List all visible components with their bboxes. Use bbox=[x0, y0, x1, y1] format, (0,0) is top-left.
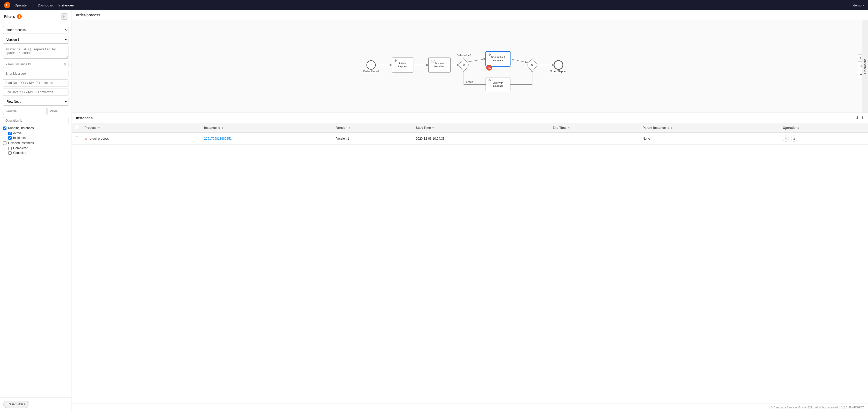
instances-header: Instances ⬇ ⬆ bbox=[72, 113, 868, 123]
finished-instances-checkbox[interactable] bbox=[3, 141, 6, 145]
sort-process-icon: ▾ bbox=[98, 127, 99, 129]
row-instance-id-cell: 2251799813685251 bbox=[201, 133, 333, 144]
row-version-cell: Version 1 bbox=[333, 133, 413, 144]
select-all-checkbox[interactable] bbox=[75, 126, 78, 129]
start-date-filter[interactable] bbox=[3, 79, 68, 87]
end-date-filter[interactable] bbox=[3, 89, 68, 96]
gear-icon-3: ⚙ bbox=[488, 78, 491, 82]
th-parent-instance[interactable]: Parent Instance Id ▾ bbox=[640, 123, 780, 133]
error-message-filter[interactable] bbox=[3, 70, 68, 77]
task-payment-received-label2: Received bbox=[434, 65, 444, 68]
parent-instance-filter-wrap: ⊞ bbox=[3, 61, 68, 68]
finished-instances-checkbox-label[interactable]: Finished Instances bbox=[3, 141, 68, 145]
task-payment-received-label1: Payment bbox=[435, 62, 444, 65]
task-initiate-payment-label1: Initiate bbox=[399, 62, 406, 65]
completed-checkbox-label[interactable]: Completed bbox=[8, 146, 68, 150]
nav-dashboard[interactable]: Dashboard bbox=[38, 3, 54, 7]
error-icon: ⚠ bbox=[85, 137, 87, 140]
gear-icon-2: ⚙ bbox=[488, 53, 491, 57]
canceled-checkbox-label[interactable]: Canceled bbox=[8, 151, 68, 155]
row-select-cell bbox=[72, 133, 82, 144]
row-start-time-cell: 2020-12-03 10:24:33 bbox=[412, 133, 550, 144]
operations-tab-label: Operations bbox=[863, 59, 867, 74]
process-name: order-process bbox=[76, 13, 100, 17]
nav-user-menu[interactable]: demo ▾ bbox=[853, 3, 864, 7]
process-filter-select[interactable]: order-process bbox=[3, 26, 68, 34]
operations-tab[interactable]: Operations bbox=[862, 20, 868, 112]
row-end-time-cell: -- bbox=[550, 133, 640, 144]
task-ship-without-label1: Ship Without bbox=[491, 56, 505, 58]
diagram-area: ≥$100 Order Placed bbox=[72, 20, 868, 113]
task-initiate-payment-label2: Payment bbox=[398, 65, 408, 68]
top-navigation: C Operate | Dashboard Instances demo ▾ bbox=[0, 0, 868, 10]
row-process-cell: ⚠ order-process bbox=[82, 133, 201, 144]
app-footer: © Camunda Services GmbH 2021. All rights… bbox=[72, 404, 868, 411]
instance-id-link[interactable]: 2251799813685251 bbox=[204, 137, 232, 140]
end-event-label: Order Shipped bbox=[550, 70, 567, 73]
bpmn-diagram: ≥$100 Order Placed bbox=[72, 20, 868, 112]
instances-title: Instances bbox=[76, 116, 93, 120]
flow-ship-without-to-gateway2 bbox=[510, 59, 527, 63]
instances-section: Instances ⬇ ⬆ Process ▾ bbox=[72, 113, 868, 404]
gear-icon: ⚙ bbox=[394, 59, 397, 63]
content-area: order-process ≥$100 bbox=[72, 10, 868, 411]
gateway-order-value-label: Order Value? bbox=[457, 54, 471, 57]
instances-actions: ⬇ ⬆ bbox=[856, 115, 864, 120]
running-instances-checkbox[interactable] bbox=[3, 127, 6, 130]
bpmn-svg: ≥$100 Order Placed bbox=[72, 20, 868, 112]
incidents-checkbox[interactable] bbox=[8, 136, 11, 140]
running-instances-checkbox-label[interactable]: Running Instances bbox=[3, 126, 68, 130]
completed-checkbox[interactable] bbox=[8, 147, 11, 150]
sort-instance-icon: ▾ bbox=[222, 127, 223, 129]
x-mark2: × bbox=[531, 63, 533, 67]
version-filter-select[interactable]: Version 1 bbox=[3, 36, 68, 44]
chevron-down-icon: ▾ bbox=[863, 4, 864, 7]
instances-table: Process ▾ Instance Id ▾ Version ▾ Star bbox=[72, 123, 868, 144]
operation-id-filter[interactable] bbox=[3, 117, 68, 124]
sort-version-icon: ▾ bbox=[349, 127, 350, 129]
variable-value-input[interactable] bbox=[48, 108, 72, 115]
th-instance-id[interactable]: Instance Id ▾ bbox=[201, 123, 333, 133]
th-version[interactable]: Version ▾ bbox=[333, 123, 413, 133]
running-sub-checkboxes: Active Incidents bbox=[3, 131, 68, 140]
row-parent-instance-cell: None bbox=[640, 133, 780, 144]
sidebar-title: Filters 1 bbox=[4, 14, 22, 19]
sidebar-collapse-button[interactable]: K bbox=[61, 13, 67, 20]
process-header: order-process bbox=[72, 10, 868, 20]
th-operations: Operations bbox=[780, 123, 868, 133]
table-header-row: Process ▾ Instance Id ▾ Version ▾ Star bbox=[72, 123, 868, 133]
variable-name-input[interactable] bbox=[3, 108, 46, 115]
reset-filters-button[interactable]: Reset Filters bbox=[3, 401, 29, 408]
active-checkbox-label[interactable]: Active bbox=[8, 131, 68, 135]
th-end-time[interactable]: End Time ▾ bbox=[550, 123, 640, 133]
active-checkbox[interactable] bbox=[8, 132, 11, 135]
instance-ids-filter[interactable] bbox=[3, 46, 68, 59]
gateway-condition-label: ≥$100 bbox=[466, 80, 473, 83]
sidebar: Filters 1 K order-process Version 1 ⊞ Fl… bbox=[0, 10, 72, 411]
flow-node-filter-select[interactable]: Flow Node bbox=[3, 98, 68, 106]
th-start-time[interactable]: Start Time ▾ bbox=[412, 123, 550, 133]
app-logo: C bbox=[4, 2, 10, 8]
cancel-operation-button[interactable]: ⊗ bbox=[791, 136, 797, 142]
th-select-all bbox=[72, 123, 82, 133]
app-name: Operate bbox=[14, 3, 27, 7]
parent-instance-filter[interactable] bbox=[3, 61, 68, 68]
sort-end-icon: ▾ bbox=[568, 127, 569, 129]
task-ship-with-label1: Ship With bbox=[493, 81, 503, 84]
expand-instances-button[interactable]: ⬆ bbox=[861, 115, 864, 120]
th-process[interactable]: Process ▾ bbox=[82, 123, 201, 133]
collapse-instances-button[interactable]: ⬇ bbox=[856, 115, 859, 120]
task-ship-with-label2: Insurance bbox=[493, 84, 503, 87]
row-select-checkbox[interactable] bbox=[75, 137, 78, 140]
canceled-checkbox[interactable] bbox=[8, 151, 11, 155]
filter-badge: 1 bbox=[17, 14, 22, 19]
table-row: ⚠ order-process 2251799813685251 Version… bbox=[72, 133, 868, 144]
row-operations-cell: ↻ ⊗ bbox=[780, 133, 868, 144]
start-event bbox=[367, 61, 375, 69]
nav-instances[interactable]: Instances bbox=[58, 3, 74, 7]
sidebar-body: order-process Version 1 ⊞ Flow Node ⊞ bbox=[0, 23, 71, 397]
finished-sub-checkboxes: Completed Canceled bbox=[3, 146, 68, 155]
retry-operation-button[interactable]: ↻ bbox=[783, 136, 789, 142]
incidents-checkbox-label[interactable]: Incidents bbox=[8, 136, 68, 140]
flow-gateway1-to-ship-without bbox=[468, 59, 486, 62]
